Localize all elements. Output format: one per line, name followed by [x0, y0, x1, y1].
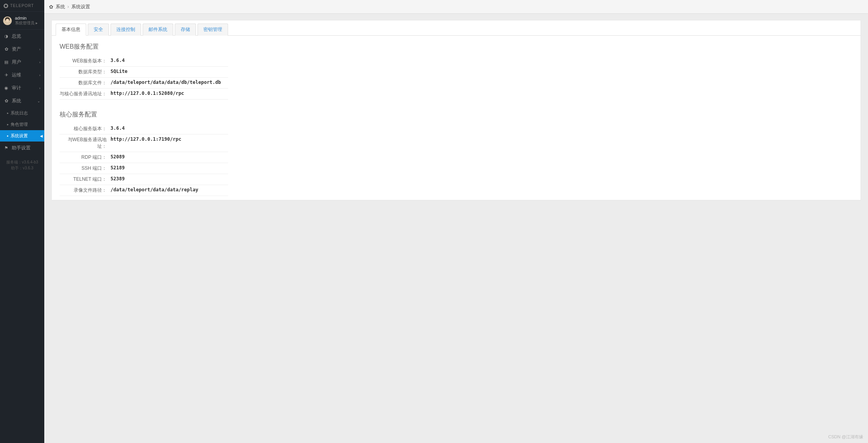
gear-icon: ✿	[49, 4, 53, 10]
brand-text: TELEPORT	[10, 4, 34, 8]
info-value: http://127.0.0.1:7190/rpc	[111, 136, 181, 150]
info-label: 与WEB服务通讯地址：	[60, 136, 111, 150]
sidebar-item-overview[interactable]: ◑ 总览	[0, 30, 44, 43]
sidebar-item-assets[interactable]: ✿ 资产 ›	[0, 43, 44, 56]
sidebar-item-label: 助手设置	[12, 145, 31, 151]
info-row: WEB服务版本： 3.6.4	[60, 56, 228, 67]
brand-logo[interactable]: TELEPORT	[0, 0, 44, 12]
sidebar-nav-assistant: ⚑ 助手设置	[0, 142, 44, 154]
core-service-section: 核心服务配置 核心服务版本： 3.6.4 与WEB服务通讯地址： http://…	[52, 103, 861, 200]
info-row: 核心服务版本： 3.6.4	[60, 123, 228, 134]
sidebar-subitem-label: 系统日志	[11, 110, 28, 116]
tab-basic-info[interactable]: 基本信息	[56, 24, 86, 36]
tab-storage[interactable]: 存储	[175, 24, 196, 36]
breadcrumb-separator: ›	[67, 4, 69, 9]
info-row: RDP 端口： 52089	[60, 152, 228, 163]
sidebar-subnav: ▸ 系统日志 ▸ 角色管理 ▸ 系统设置	[0, 107, 44, 142]
tab-connection[interactable]: 连接控制	[111, 24, 141, 36]
info-value: SQLite	[111, 69, 127, 75]
dashboard-icon: ◑	[4, 34, 9, 39]
caret-icon: ▸	[7, 123, 9, 126]
sidebar-subitem-syslog[interactable]: ▸ 系统日志	[0, 107, 44, 119]
info-row: 与WEB服务通讯地址： http://127.0.0.1:7190/rpc	[60, 134, 228, 152]
sidebar-item-ops[interactable]: ✈ 运维 ›	[0, 69, 44, 82]
sidebar-footer: 服务端：v3.6.4-b3 助手：v3.6.3	[0, 159, 44, 171]
sidebar-subitem-roles[interactable]: ▸ 角色管理	[0, 119, 44, 130]
info-label: TELNET 端口：	[60, 176, 111, 183]
tabs: 基本信息 安全 连接控制 邮件系统 存储 密钥管理	[52, 20, 861, 36]
info-label: 录像文件路径：	[60, 187, 111, 194]
chevron-right-icon: ›	[39, 60, 40, 64]
chevron-right-icon: ›	[39, 47, 40, 51]
breadcrumb-current: 系统设置	[71, 4, 90, 10]
sidebar-subitem-settings[interactable]: ▸ 系统设置	[0, 130, 44, 142]
info-label: RDP 端口：	[60, 154, 111, 161]
section-title-core: 核心服务配置	[60, 111, 853, 119]
info-value: 3.6.4	[111, 58, 125, 64]
web-service-section: WEB服务配置 WEB服务版本： 3.6.4 数据库类型： SQLite 数据库…	[52, 36, 861, 103]
sidebar-subitem-label: 系统设置	[11, 133, 28, 139]
audit-icon: ◉	[4, 86, 9, 91]
gear-icon: ✿	[4, 99, 9, 103]
chevron-right-icon: ›	[39, 73, 40, 77]
sidebar-item-label: 运维	[12, 72, 21, 78]
info-row: SSH 端口： 52189	[60, 163, 228, 174]
sidebar-item-audit[interactable]: ◉ 审计 ›	[0, 82, 44, 94]
info-label: 数据库类型：	[60, 69, 111, 75]
logo-icon	[3, 3, 9, 9]
settings-card: 基本信息 安全 连接控制 邮件系统 存储 密钥管理 WEB服务配置 WEB服务版…	[51, 20, 861, 200]
sidebar-item-label: 系统	[12, 98, 21, 104]
info-row: 数据库类型： SQLite	[60, 67, 228, 78]
flag-icon: ⚑	[4, 146, 9, 151]
info-value: 52189	[111, 165, 125, 172]
sidebar-item-label: 用户	[12, 59, 21, 65]
info-row: TELNET 端口： 52389	[60, 174, 228, 185]
tab-mail[interactable]: 邮件系统	[143, 24, 173, 36]
ops-icon: ✈	[4, 73, 9, 78]
info-row: 录像文件路径： /data/teleport/data/data/replay	[60, 185, 228, 196]
sidebar: TELEPORT admin 系统管理员 ▸ ◑ 总览 ✿ 资产 › ▤ 用户 …	[0, 0, 44, 443]
breadcrumb-root[interactable]: 系统	[56, 4, 65, 10]
info-label: SSH 端口：	[60, 165, 111, 172]
chevron-right-icon: ›	[39, 86, 40, 90]
assistant-version: 助手：v3.6.3	[0, 165, 44, 171]
tab-security[interactable]: 安全	[88, 24, 109, 36]
info-label: 数据库文件：	[60, 80, 111, 86]
info-label: 与核心服务通讯地址：	[60, 91, 111, 97]
server-version: 服务端：v3.6.4-b3	[0, 159, 44, 165]
info-label: WEB服务版本：	[60, 58, 111, 64]
user-role: 系统管理员 ▸	[15, 21, 38, 25]
main: ✿ 系统 › 系统设置 基本信息 安全 连接控制 邮件系统 存储 密钥管理 WE…	[44, 0, 868, 443]
svg-point-1	[5, 5, 7, 7]
sidebar-item-system[interactable]: ✿ 系统 ⌄	[0, 94, 44, 107]
sidebar-item-label: 总览	[12, 33, 21, 40]
sidebar-nav: ◑ 总览 ✿ 资产 › ▤ 用户 › ✈ 运维 › ◉ 审计 ›	[0, 30, 44, 107]
watermark: CSDN @江湖有缘	[828, 434, 863, 440]
sidebar-item-users[interactable]: ▤ 用户 ›	[0, 56, 44, 69]
info-row: 数据库文件： /data/teleport/data/data/db/telep…	[60, 78, 228, 89]
info-value: /data/teleport/data/data/db/teleport.db	[111, 80, 221, 86]
chevron-down-icon: ⌄	[37, 99, 40, 103]
info-value: /data/teleport/data/data/replay	[111, 187, 198, 194]
user-profile[interactable]: admin 系统管理员 ▸	[0, 12, 44, 30]
user-name: admin	[15, 16, 38, 21]
tab-keys[interactable]: 密钥管理	[198, 24, 228, 36]
caret-icon: ▸	[7, 134, 9, 138]
info-value: 52089	[111, 154, 125, 161]
avatar	[3, 16, 12, 25]
sidebar-subitem-label: 角色管理	[11, 122, 28, 127]
section-title-web: WEB服务配置	[60, 43, 853, 51]
info-value: 52389	[111, 176, 125, 183]
users-icon: ▤	[4, 60, 9, 65]
breadcrumb-bar: ✿ 系统 › 系统设置	[44, 0, 868, 14]
assets-icon: ✿	[4, 47, 9, 52]
sidebar-item-label: 审计	[12, 85, 21, 91]
info-label: 核心服务版本：	[60, 125, 111, 132]
sidebar-item-assistant[interactable]: ⚑ 助手设置	[0, 142, 44, 154]
info-value: http://127.0.0.1:52080/rpc	[111, 91, 184, 97]
sidebar-item-label: 资产	[12, 46, 21, 53]
info-row: 与核心服务通讯地址： http://127.0.0.1:52080/rpc	[60, 89, 228, 100]
caret-icon: ▸	[7, 111, 9, 115]
info-value: 3.6.4	[111, 125, 125, 132]
